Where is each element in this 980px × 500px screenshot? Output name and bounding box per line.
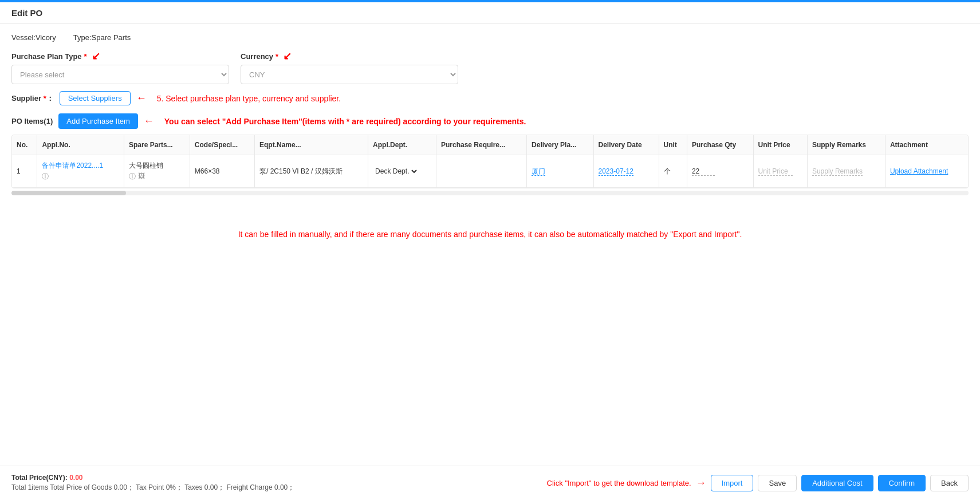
plan-type-select[interactable]: Please select bbox=[11, 65, 229, 84]
cell-appl-no: 备件申请单2022....1 ⓘ bbox=[37, 155, 124, 188]
po-items-hint: You can select "Add Purchase Item"(items… bbox=[164, 117, 526, 126]
th-unit-price: Unit Price bbox=[753, 135, 807, 155]
cell-no: 1 bbox=[12, 155, 37, 188]
form-group-plan-type: Purchase Plan Type * ↙ Please select bbox=[11, 50, 229, 84]
footer-hint-text: Click "Import" to get the download templ… bbox=[547, 479, 691, 487]
cell-code-spec: M66×38 bbox=[190, 155, 254, 188]
form-row-plan-currency: Purchase Plan Type * ↙ Please select Cur… bbox=[11, 50, 969, 84]
additional-cost-button[interactable]: Additional Cost bbox=[801, 475, 873, 490]
footer-bar: Total Price(CNY): 0.00 Total 1items Tota… bbox=[0, 466, 980, 490]
th-delivery-place: Delivery Pla... bbox=[527, 135, 593, 155]
supplier-row: Supplier *： Select Suppliers ← 5. Select… bbox=[11, 91, 969, 105]
arrow-hint-supplier: ← bbox=[136, 92, 147, 104]
import-button[interactable]: Import bbox=[711, 475, 754, 490]
vessel-info-vessel: Vessel:Vicory bbox=[11, 33, 56, 42]
po-items-table: No. Appl.No. Spare Parts... Code/Speci..… bbox=[12, 135, 968, 188]
delivery-place-value[interactable]: 厦门 bbox=[532, 167, 545, 176]
th-purchase-qty: Purchase Qty bbox=[687, 135, 753, 155]
po-items-header: PO Items(1) Add Purchase Item ← You can … bbox=[11, 113, 969, 129]
cell-supply-remarks: Supply Remarks bbox=[807, 155, 885, 188]
plan-type-label: Purchase Plan Type * ↙ bbox=[11, 50, 229, 62]
upload-attachment-link[interactable]: Upload Attachment bbox=[890, 167, 948, 175]
currency-label: Currency * ↙ bbox=[241, 50, 458, 62]
spare-parts-icons: ⓘ 🖼 bbox=[129, 172, 185, 182]
select-suppliers-button[interactable]: Select Suppliers bbox=[60, 91, 131, 105]
th-supply-remarks: Supply Remarks bbox=[807, 135, 885, 155]
footer-left: Total Price(CNY): 0.00 Total 1items Tota… bbox=[11, 474, 294, 490]
cell-unit: 个 bbox=[659, 155, 687, 188]
cell-appl-dept: Deck Dept. bbox=[368, 155, 436, 188]
table-header-row: No. Appl.No. Spare Parts... Code/Speci..… bbox=[12, 135, 968, 155]
th-unit: Unit bbox=[659, 135, 687, 155]
scrollbar-thumb bbox=[11, 191, 126, 195]
cell-delivery-date: 2023-07-12 bbox=[593, 155, 659, 188]
add-purchase-item-button[interactable]: Add Purchase Item bbox=[58, 113, 138, 129]
appl-dept-select[interactable]: Deck Dept. bbox=[373, 167, 419, 176]
content-area: Vessel:Vicory Type:Spare Parts Purchase … bbox=[0, 24, 980, 490]
spare-parts-image-icon: 🖼 bbox=[138, 172, 145, 182]
footer-total-price-row: Total Price(CNY): 0.00 bbox=[11, 474, 294, 482]
vessel-info: Vessel:Vicory Type:Spare Parts bbox=[11, 33, 969, 42]
po-items-label: PO Items(1) bbox=[11, 117, 53, 125]
th-eqpt-name: Eqpt.Name... bbox=[254, 135, 368, 155]
page-header: Edit PO bbox=[0, 2, 980, 24]
arrow-hint-po: ← bbox=[144, 115, 154, 127]
info-icon: ⓘ bbox=[42, 172, 49, 182]
th-appl-no: Appl.No. bbox=[37, 135, 124, 155]
supplier-label: Supplier *： bbox=[11, 93, 54, 104]
th-spare-parts: Spare Parts... bbox=[124, 135, 190, 155]
back-button[interactable]: Back bbox=[930, 475, 969, 490]
currency-select[interactable]: CNY bbox=[241, 65, 458, 84]
spare-parts-info-icon: ⓘ bbox=[129, 172, 136, 182]
supplier-hint: 5. Select purchase plan type, currency a… bbox=[157, 94, 341, 103]
th-no: No. bbox=[12, 135, 37, 155]
cell-attachment: Upload Attachment bbox=[885, 155, 968, 188]
cell-purchase-require[interactable] bbox=[436, 155, 526, 188]
cell-delivery-place: 厦门 bbox=[527, 155, 593, 188]
purchase-require-input[interactable] bbox=[441, 167, 487, 175]
center-message: It can be filled in manually, and if the… bbox=[11, 218, 969, 250]
th-appl-dept: Appl.Dept. bbox=[368, 135, 436, 155]
supply-remarks-placeholder[interactable]: Supply Remarks bbox=[812, 167, 863, 176]
appl-no-icons: ⓘ bbox=[42, 172, 119, 182]
th-purchase-require: Purchase Require... bbox=[436, 135, 526, 155]
vessel-info-type: Type:Spare Parts bbox=[73, 33, 131, 42]
th-attachment: Attachment bbox=[885, 135, 968, 155]
arrow-hint-currency: ↙ bbox=[283, 50, 292, 62]
page-title: Edit PO bbox=[11, 8, 42, 18]
footer-summary: Total 1items Total Price of Goods 0.00； … bbox=[11, 483, 294, 490]
cell-eqpt-name: 泵/ 2C150 VI B2 / 汉姆沃斯 bbox=[254, 155, 368, 188]
footer-arrow-icon: → bbox=[696, 477, 706, 489]
scrollbar-area[interactable] bbox=[11, 191, 969, 195]
po-items-table-container: No. Appl.No. Spare Parts... Code/Speci..… bbox=[11, 135, 969, 188]
th-delivery-date: Delivery Date bbox=[593, 135, 659, 155]
purchase-qty-value[interactable]: 22 bbox=[692, 167, 715, 176]
save-button[interactable]: Save bbox=[758, 475, 797, 490]
spare-parts-text: 大号圆柱销 bbox=[129, 161, 185, 171]
unit-price-placeholder[interactable]: Unit Price bbox=[758, 167, 793, 176]
cell-spare-parts: 大号圆柱销 ⓘ 🖼 bbox=[124, 155, 190, 188]
cell-purchase-qty: 22 bbox=[687, 155, 753, 188]
form-group-currency: Currency * ↙ CNY bbox=[241, 50, 458, 84]
table-row: 1 备件申请单2022....1 ⓘ 大号圆柱销 ⓘ 🖼 bbox=[12, 155, 968, 188]
confirm-button[interactable]: Confirm bbox=[878, 475, 926, 490]
arrow-hint-plan: ↙ bbox=[92, 50, 100, 62]
cell-unit-price: Unit Price bbox=[753, 155, 807, 188]
footer-right: Click "Import" to get the download templ… bbox=[547, 475, 969, 490]
delivery-date-value[interactable]: 2023-07-12 bbox=[599, 167, 633, 176]
appl-no-link[interactable]: 备件申请单2022....1 bbox=[42, 162, 103, 170]
th-code-spec: Code/Speci... bbox=[190, 135, 254, 155]
